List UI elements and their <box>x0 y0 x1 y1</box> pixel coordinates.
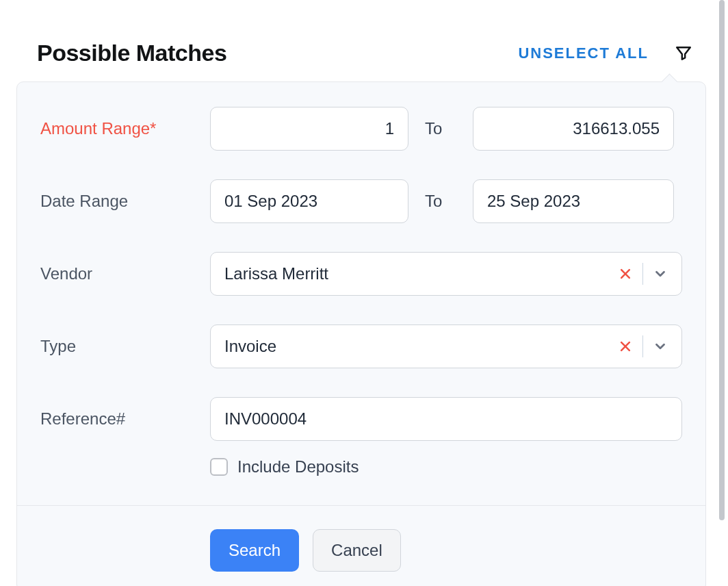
type-value: Invoice <box>224 337 614 356</box>
vendor-chevron-down-icon[interactable] <box>649 262 672 285</box>
amount-range-separator: To <box>425 119 456 138</box>
unselect-all-button[interactable]: UNSELECT ALL <box>518 44 649 62</box>
date-from-input[interactable] <box>210 179 408 223</box>
filter-icon[interactable] <box>673 43 694 64</box>
vendor-label: Vendor <box>40 252 210 286</box>
type-clear-icon[interactable] <box>614 335 637 358</box>
header-actions: UNSELECT ALL <box>518 43 694 64</box>
date-range-label: Date Range <box>40 179 210 214</box>
date-range-separator: To <box>425 192 456 211</box>
reference-label: Reference# <box>40 397 210 431</box>
scrollbar[interactable] <box>717 0 727 586</box>
spacer <box>40 460 210 470</box>
vendor-clear-icon[interactable] <box>614 262 637 285</box>
vendor-select[interactable]: Larissa Merritt <box>210 252 682 296</box>
type-chevron-down-icon[interactable] <box>649 335 672 358</box>
type-label: Type <box>40 324 210 359</box>
include-deposits-label: Include Deposits <box>237 457 359 476</box>
page-title: Possible Matches <box>37 40 226 66</box>
search-button[interactable]: Search <box>210 529 299 572</box>
vendor-value: Larissa Merritt <box>224 264 614 283</box>
select-divider <box>642 335 643 357</box>
reference-input[interactable] <box>210 397 682 441</box>
scrollbar-thumb[interactable] <box>719 0 725 520</box>
type-select[interactable]: Invoice <box>210 324 682 368</box>
filter-panel: Amount Range* To Date Range To Vendor <box>16 81 706 586</box>
select-divider <box>642 263 643 285</box>
amount-range-label: Amount Range* <box>40 107 210 141</box>
filter-footer: Search Cancel <box>17 505 705 586</box>
panel-header: Possible Matches UNSELECT ALL <box>37 40 703 66</box>
date-to-input[interactable] <box>473 179 674 223</box>
include-deposits-checkbox[interactable] <box>210 458 228 476</box>
cancel-button[interactable]: Cancel <box>313 529 401 572</box>
amount-from-input[interactable] <box>210 107 408 151</box>
amount-to-input[interactable] <box>473 107 674 151</box>
